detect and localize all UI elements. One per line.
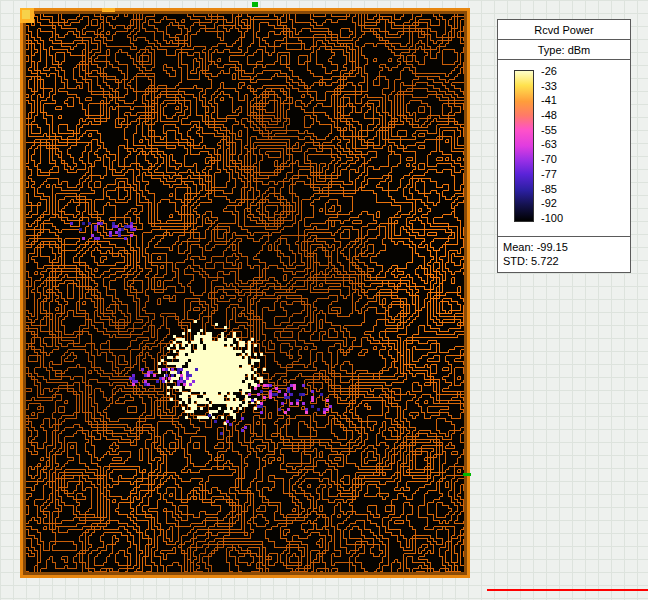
std-value: STD: 5.722 — [503, 254, 625, 268]
legend-tick: -100 — [541, 213, 563, 224]
legend-stats: Mean: -99.15 STD: 5.722 — [498, 236, 630, 272]
legend-tick: -70 — [541, 154, 563, 165]
vertex-marker-right — [463, 473, 471, 476]
mean-value: Mean: -99.15 — [503, 240, 625, 254]
colorbar-tick-labels: -26-33-41-48-55-63-70-77-85-92-100 — [541, 66, 563, 224]
legend-tick: -26 — [541, 66, 563, 77]
legend-tick: -63 — [541, 139, 563, 150]
x-axis-line — [487, 589, 648, 591]
legend-panel: Rcvd Power Type: dBm -26-33-41-48-55-63-… — [497, 19, 631, 273]
legend-tick: -33 — [541, 81, 563, 92]
legend-tick: -85 — [541, 184, 563, 195]
legend-tick: -48 — [541, 110, 563, 121]
legend-title: Rcvd Power — [498, 20, 630, 40]
vertex-marker-top — [252, 2, 258, 7]
legend-tick: -41 — [541, 95, 563, 106]
colorbar — [514, 70, 534, 222]
legend-tick: -77 — [541, 169, 563, 180]
cad-workspace: Rcvd Power Type: dBm -26-33-41-48-55-63-… — [0, 0, 648, 600]
legend-tick: -55 — [541, 125, 563, 136]
legend-color-scale: -26-33-41-48-55-63-70-77-85-92-100 — [498, 60, 630, 236]
legend-type-label: Type: dBm — [498, 40, 630, 60]
legend-tick: -92 — [541, 198, 563, 209]
coverage-map-view[interactable] — [20, 8, 470, 578]
